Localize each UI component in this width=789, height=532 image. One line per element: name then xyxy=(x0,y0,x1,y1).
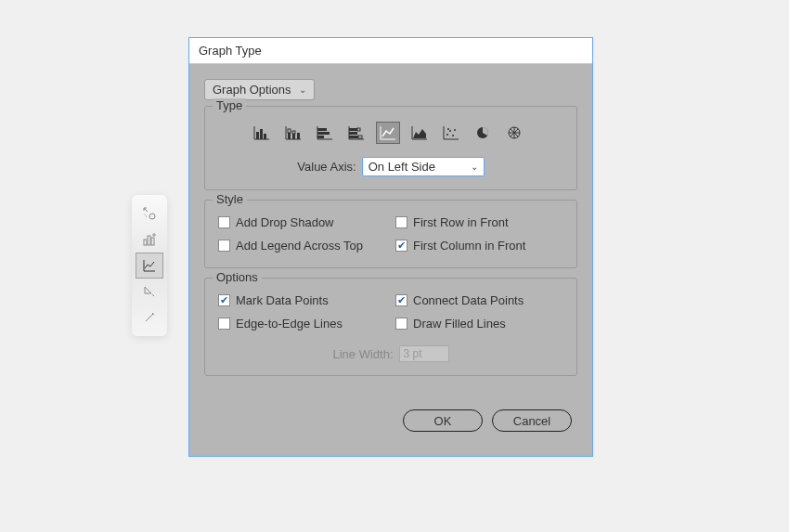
svg-point-26 xyxy=(454,129,456,131)
checkbox-label: Add Legend Across Top xyxy=(236,239,363,253)
svg-point-6 xyxy=(153,234,155,236)
scatter-graph-icon[interactable] xyxy=(439,122,463,144)
draw-filled-lines-checkbox[interactable]: Draw Filled Lines xyxy=(395,317,563,331)
floating-toolbar xyxy=(132,195,167,336)
svg-rect-9 xyxy=(264,134,266,139)
svg-rect-17 xyxy=(317,136,324,138)
checkbox-label: Connect Data Points xyxy=(413,293,524,307)
type-fieldset: Type xyxy=(204,106,577,190)
svg-rect-5 xyxy=(151,238,154,245)
checkbox-icon xyxy=(218,240,230,252)
add-legend-across-top-checkbox[interactable]: Add Legend Across Top xyxy=(218,239,386,253)
mark-data-points-checkbox[interactable]: Mark Data Points xyxy=(218,293,386,307)
svg-rect-19 xyxy=(357,128,360,131)
dialog-body: Graph Options ⌄ Type xyxy=(189,64,592,456)
svg-point-2 xyxy=(146,215,147,216)
checkbox-icon xyxy=(395,318,407,330)
svg-rect-11 xyxy=(288,129,291,133)
radar-graph-icon[interactable] xyxy=(502,122,526,144)
dialog-title-bar: Graph Type xyxy=(189,38,592,64)
pie-graph-icon[interactable] xyxy=(471,122,495,144)
graph-type-icons xyxy=(216,116,565,153)
svg-rect-14 xyxy=(297,133,300,139)
svg-rect-20 xyxy=(349,132,357,135)
bar-graph-icon[interactable] xyxy=(313,122,337,144)
checkbox-label: First Row in Front xyxy=(413,215,509,229)
svg-point-27 xyxy=(447,128,449,130)
value-axis-label: Value Axis: xyxy=(297,160,356,174)
checkbox-icon xyxy=(218,318,230,330)
chevron-down-icon: ⌄ xyxy=(299,84,306,95)
line-width-label: Line Width: xyxy=(332,347,393,361)
svg-point-23 xyxy=(446,134,448,136)
checkbox-icon xyxy=(218,216,230,228)
stacked-column-graph-icon[interactable] xyxy=(281,122,305,144)
options-legend: Options xyxy=(213,270,262,284)
svg-rect-15 xyxy=(317,128,327,131)
checkbox-label: First Column in Front xyxy=(413,239,525,253)
svg-rect-4 xyxy=(148,236,150,245)
graph-options-dropdown[interactable]: Graph Options ⌄ xyxy=(204,79,315,100)
svg-point-0 xyxy=(149,214,155,219)
checkbox-label: Draw Filled Lines xyxy=(413,317,506,331)
checkbox-icon xyxy=(395,216,407,228)
line-width-input: 3 pt xyxy=(399,345,449,362)
line-graph-icon[interactable] xyxy=(376,122,400,144)
svg-point-24 xyxy=(449,130,451,132)
checkbox-label: Edge-to-Edge Lines xyxy=(236,317,343,331)
value-axis-value: On Left Side xyxy=(369,160,435,174)
tool-eyedropper-icon[interactable] xyxy=(136,305,163,331)
checkbox-label: Add Drop Shadow xyxy=(236,215,334,229)
tool-slice-icon[interactable] xyxy=(136,279,163,305)
tool-symbol-sprayer-icon[interactable] xyxy=(136,201,163,227)
svg-rect-13 xyxy=(292,131,295,134)
svg-point-1 xyxy=(144,214,145,214)
checkbox-checked-icon xyxy=(395,240,407,252)
svg-rect-8 xyxy=(260,129,263,139)
graph-options-label: Graph Options xyxy=(213,83,291,97)
stacked-bar-graph-icon[interactable] xyxy=(344,122,369,144)
add-drop-shadow-checkbox[interactable]: Add Drop Shadow xyxy=(218,215,386,229)
tool-column-graph-icon[interactable] xyxy=(136,227,163,253)
style-fieldset: Style Add Drop Shadow First Row in Front… xyxy=(204,200,577,268)
checkbox-checked-icon xyxy=(395,294,407,306)
line-width-row: Line Width: 3 pt xyxy=(216,345,565,362)
dialog-buttons: OK Cancel xyxy=(204,385,577,441)
options-fieldset: Options Mark Data Points Connect Data Po… xyxy=(204,278,577,376)
svg-rect-7 xyxy=(256,132,259,139)
dialog-title: Graph Type xyxy=(199,44,262,58)
style-legend: Style xyxy=(213,192,247,206)
svg-point-25 xyxy=(452,135,454,136)
value-axis-select[interactable]: On Left Side ⌄ xyxy=(362,157,485,176)
graph-type-dialog: Graph Type Graph Options ⌄ Type xyxy=(188,37,593,457)
connect-data-points-checkbox[interactable]: Connect Data Points xyxy=(395,293,563,307)
value-axis-row: Value Axis: On Left Side ⌄ xyxy=(216,153,565,176)
first-row-front-checkbox[interactable]: First Row in Front xyxy=(395,215,563,229)
cancel-button[interactable]: Cancel xyxy=(492,409,572,432)
edge-to-edge-lines-checkbox[interactable]: Edge-to-Edge Lines xyxy=(218,317,386,331)
svg-rect-22 xyxy=(358,136,362,138)
first-column-front-checkbox[interactable]: First Column in Front xyxy=(395,239,563,253)
checkbox-label: Mark Data Points xyxy=(236,293,329,307)
type-legend: Type xyxy=(213,98,246,112)
svg-rect-16 xyxy=(317,132,330,135)
chevron-down-icon: ⌄ xyxy=(471,162,478,172)
column-graph-icon[interactable] xyxy=(250,122,274,144)
checkbox-checked-icon xyxy=(218,294,230,306)
svg-rect-3 xyxy=(144,240,147,245)
ok-button[interactable]: OK xyxy=(403,409,483,432)
area-graph-icon[interactable] xyxy=(407,122,432,144)
tool-line-graph-icon[interactable] xyxy=(136,253,163,279)
